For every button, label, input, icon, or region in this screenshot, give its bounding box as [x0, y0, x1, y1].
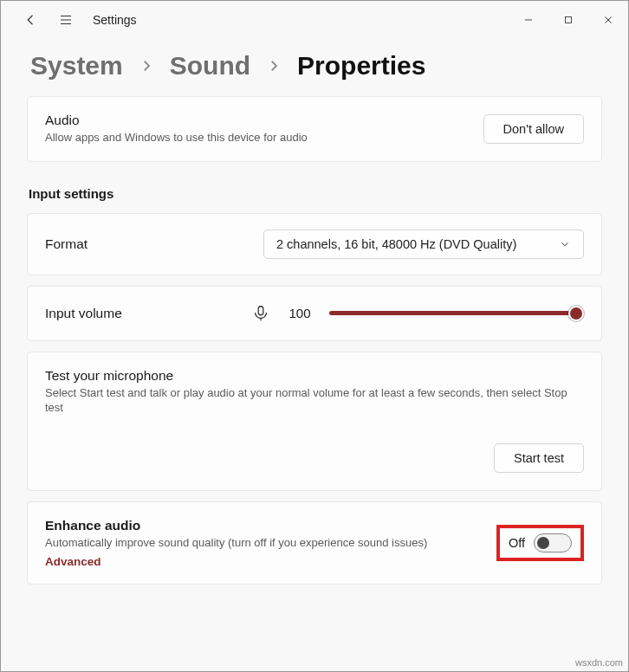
- enhance-audio-card: Enhance audio Automatically improve soun…: [27, 501, 602, 585]
- format-card: Format 2 channels, 16 bit, 48000 Hz (DVD…: [27, 213, 602, 275]
- svg-rect-0: [566, 17, 572, 23]
- chevron-right-icon: [266, 58, 282, 74]
- menu-button[interactable]: [58, 12, 74, 28]
- enhance-audio-title: Enhance audio: [45, 518, 483, 533]
- audio-card-subtitle: Allow apps and Windows to use this devic…: [45, 130, 470, 145]
- breadcrumb-current: Properties: [297, 51, 425, 81]
- back-button[interactable]: [23, 12, 39, 28]
- maximize-button[interactable]: [548, 1, 588, 39]
- chevron-right-icon: [139, 58, 154, 74]
- format-selected-value: 2 channels, 16 bit, 48000 Hz (DVD Qualit…: [276, 237, 516, 251]
- breadcrumb-sound[interactable]: Sound: [170, 51, 250, 81]
- watermark: wsxdn.com: [575, 657, 623, 668]
- enhance-audio-subtitle: Automatically improve sound quality (tur…: [45, 535, 483, 551]
- input-volume-card: Input volume 100: [27, 286, 602, 341]
- input-volume-slider[interactable]: [329, 304, 584, 323]
- enhance-toggle-label: Off: [509, 536, 525, 550]
- input-volume-value: 100: [286, 306, 314, 320]
- format-select[interactable]: 2 channels, 16 bit, 48000 Hz (DVD Qualit…: [263, 229, 584, 259]
- dont-allow-button[interactable]: Don't allow: [483, 114, 584, 144]
- svg-rect-1: [258, 306, 263, 314]
- titlebar: Settings: [1, 1, 628, 39]
- minimize-button[interactable]: [509, 1, 548, 39]
- chevron-down-icon: [559, 238, 571, 250]
- breadcrumb-system[interactable]: System: [30, 51, 123, 81]
- enhance-audio-highlight: Off: [496, 525, 584, 561]
- test-mic-subtitle: Select Start test and talk or play audio…: [45, 385, 584, 416]
- start-test-button[interactable]: Start test: [494, 443, 584, 473]
- close-button[interactable]: [588, 1, 628, 39]
- input-volume-label: Input volume: [45, 306, 236, 321]
- microphone-icon: [251, 304, 270, 323]
- test-microphone-card: Test your microphone Select Start test a…: [27, 352, 602, 491]
- format-label: Format: [45, 236, 250, 252]
- breadcrumb: System Sound Properties: [1, 39, 628, 96]
- window-title: Settings: [93, 13, 137, 27]
- enhance-audio-toggle[interactable]: [534, 533, 572, 552]
- audio-permission-card: Audio Allow apps and Windows to use this…: [27, 96, 602, 162]
- advanced-link[interactable]: Advanced: [45, 555, 483, 568]
- input-settings-heading: Input settings: [29, 186, 600, 201]
- test-mic-title: Test your microphone: [45, 368, 584, 384]
- audio-card-title: Audio: [45, 113, 470, 128]
